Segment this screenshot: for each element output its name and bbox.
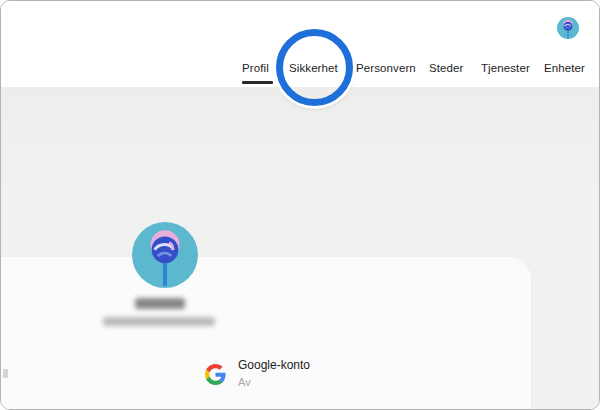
redacted-user-name [135, 298, 185, 309]
tab-tjenester[interactable]: Tjenester [481, 62, 530, 74]
samsung-account-window: Profil Sikkerhet Personvern Steder Tjene… [0, 0, 600, 410]
tab-enheter[interactable]: Enheter [544, 62, 585, 74]
google-icon [205, 364, 226, 385]
google-account-label: Google-konto [238, 358, 310, 372]
google-account-status: Av [238, 376, 251, 388]
lollipop-avatar-icon [557, 17, 579, 39]
tab-sikkerhet[interactable]: Sikkerhet [289, 62, 338, 74]
account-avatar[interactable] [557, 17, 579, 39]
tab-personvern[interactable]: Personvern [356, 62, 416, 74]
page-background: Google-konto Av Administrer Samsung acco… [1, 87, 599, 410]
tab-profil[interactable]: Profil [242, 62, 269, 74]
redacted-user-email [103, 317, 215, 326]
active-tab-underline [242, 81, 273, 84]
lollipop-avatar-icon [132, 222, 198, 288]
tab-steder[interactable]: Steder [429, 62, 463, 74]
profile-card [0, 257, 531, 410]
profile-avatar [132, 222, 198, 288]
header: Profil Sikkerhet Personvern Steder Tjene… [1, 1, 599, 87]
clipped-edge-fragment [3, 369, 8, 378]
